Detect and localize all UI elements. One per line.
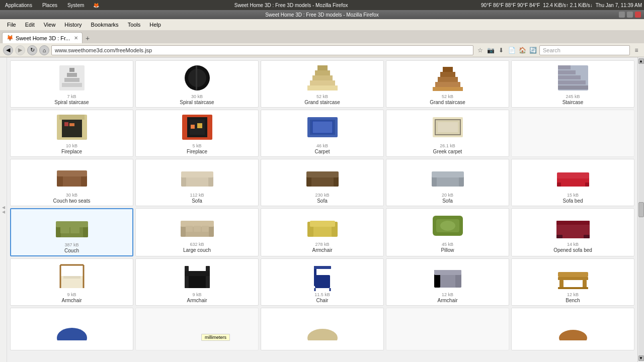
download-icon[interactable]: ⬇ [497,46,506,55]
item-size-label: 14 kB [567,242,579,247]
content-area[interactable]: 7 kBSpiral staircase30 kBSpiral staircas… [7,57,637,362]
svg-rect-14 [435,82,460,87]
grid-item-2-3[interactable]: 20 kBSofa [386,159,509,206]
grid-item-2-1[interactable]: 112 kBSofa [135,159,259,206]
grid-item-0-1[interactable]: 30 kBSpiral staircase [135,60,259,108]
menu-help[interactable]: Help [145,21,165,29]
forward-button[interactable]: ▶ [15,45,25,55]
grid-item-0-3[interactable]: 52 kBGrand staircase [386,60,509,108]
svg-rect-82 [556,235,562,238]
taskbar-app-system[interactable]: System [64,2,87,9]
item-name-label: Pillow [441,247,454,253]
grid-item-3-3[interactable]: 45 kBPillow [386,208,509,256]
grid-item-1-2[interactable]: 46 kBCarpet [261,110,384,157]
taskbar-apps[interactable]: Applications Places System 🦊 [2,2,101,9]
svg-rect-81 [556,221,590,225]
screenshot-icon[interactable]: 📷 [486,46,495,55]
item-thumbnail [54,112,90,142]
grid-item-2-0[interactable]: 30 kBCouch two seats [10,159,133,206]
svg-point-109 [57,328,87,340]
reload-button[interactable]: ↻ [27,45,37,55]
item-size-label: 30 kB [191,94,203,99]
svg-rect-8 [307,85,338,90]
grid-item-4-1[interactable]: 9 kBArmchair [135,258,259,306]
svg-rect-23 [558,65,571,69]
grid-item-1-1[interactable]: 5 kBFireplace [135,110,259,157]
right-scrollbar[interactable]: ▲ ▼ [637,57,644,362]
grid-item-3-1[interactable]: 632 kBLarge couch [135,208,259,256]
sync-icon[interactable]: 🔄 [528,46,537,55]
menu-history[interactable]: History [60,21,86,29]
item-thumbnail [430,211,465,241]
menu-view[interactable]: View [40,21,60,29]
bookmark-star-icon[interactable]: ☆ [475,46,485,55]
scroll-thumb[interactable] [638,202,644,217]
item-size-label: 112 kB [190,193,204,198]
grid-item-0-2[interactable]: 52 kBGrand staircase [261,60,384,108]
grid-item-2-2[interactable]: 230 kBSofa [261,159,384,206]
empty-cell [135,308,259,350]
url-field[interactable]: www.sweethome3d.com/freeModels.jsp [51,45,473,55]
item-thumbnail [180,63,215,93]
item-thumbnail [305,310,340,340]
grid-item-4-2[interactable]: 11.5 kBChair [261,258,384,306]
search-field[interactable]: Search [539,45,630,55]
svg-rect-28 [69,123,74,126]
grid-item-2-4[interactable]: 15 kBSofa bed [511,159,634,206]
grid-item-3-2[interactable]: 278 kBArmchair [261,208,384,256]
grid-item-3-4[interactable]: 14 kBOpened sofa bed [511,208,634,256]
svg-rect-1 [62,83,82,87]
empty-cell [386,308,509,350]
reader-icon[interactable]: 📄 [507,46,516,55]
grid-item-1-0[interactable]: 10 kBFireplace [10,110,133,157]
menu-tools[interactable]: Tools [124,21,145,29]
svg-rect-39 [438,122,458,132]
svg-rect-83 [584,235,590,238]
units-badge: millimeters [201,334,230,341]
grid-item-5-0[interactable] [10,308,133,350]
grid-item-4-4[interactable]: 12 kBBench [511,258,634,306]
grid-item-4-3[interactable]: 12 kBArmchair [386,258,509,306]
taskbar-app-places[interactable]: Places [39,2,60,9]
grid-item-4-0[interactable]: 9 kBArmchair [10,258,133,306]
item-thumbnail [54,261,90,291]
grid-item-5-4[interactable] [511,308,634,350]
minimize-button[interactable] [619,12,625,18]
grid-item-3-0[interactable]: 387 kBCouch [10,208,133,256]
svg-rect-55 [432,171,464,177]
menu-button[interactable]: ≡ [632,46,641,55]
item-size-label: 12 kB [567,292,579,297]
close-button[interactable] [635,12,641,18]
home-button[interactable]: ⌂ [39,45,49,55]
home2-icon[interactable]: 🏠 [518,46,527,55]
grid-item-1-3[interactable]: 26.1 kBGreek carpet [386,110,509,157]
menu-bookmarks[interactable]: Bookmarks [87,21,123,29]
new-tab-button[interactable]: + [83,33,93,43]
grid-item-0-0[interactable]: 7 kBSpiral staircase [10,60,133,108]
item-name-label: Opened sofa bed [553,247,592,253]
taskbar-app-applications[interactable]: Applications [2,2,35,9]
item-name-label: Chair [316,298,329,303]
maximize-button[interactable] [627,12,633,18]
grid-item-0-4[interactable]: 245 kBStaircase [511,60,634,108]
item-name-label: Armchair [437,298,457,303]
scroll-up-button[interactable]: ▲ [638,58,644,64]
svg-rect-22 [558,70,576,74]
svg-rect-12 [317,65,328,70]
item-name-label: Large couch [183,247,211,253]
svg-rect-95 [315,275,330,288]
scroll-down-button[interactable]: ▼ [638,355,644,361]
tab-close-button[interactable]: ✕ [74,35,78,41]
menu-edit[interactable]: Edit [21,21,39,29]
svg-rect-105 [558,277,588,280]
window-controls[interactable] [619,12,641,18]
menu-file[interactable]: File [3,21,20,29]
grid-item-5-2[interactable] [261,308,384,350]
datetime-display: Thu Jan 7, 11:39 AM [596,3,642,8]
back-button[interactable]: ◀ [3,45,13,55]
browser-tab-active[interactable]: 🦊 Sweet Home 3D : Fr... ✕ [2,32,83,43]
item-size-label: 7 kB [67,94,76,99]
item-thumbnail [180,261,215,291]
firefox-taskbar-icon[interactable]: 🦊 [91,2,101,9]
item-thumbnail [555,211,591,241]
